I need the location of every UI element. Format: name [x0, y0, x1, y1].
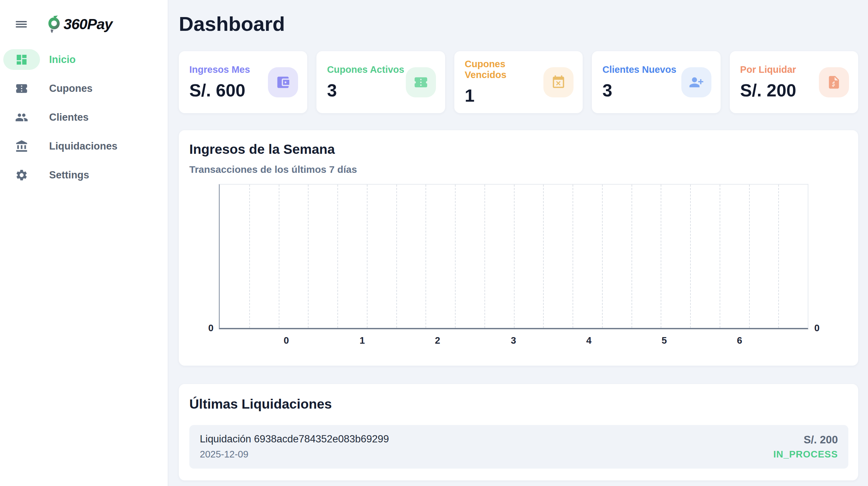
chart-subtitle: Transacciones de los últimos 7 días: [189, 164, 848, 175]
x-tick: 1: [360, 335, 365, 346]
stat-label: Clientes Nuevos: [602, 64, 676, 75]
wallet-icon: [276, 75, 290, 90]
app-logo: 360Pay: [46, 14, 112, 34]
stat-card-ingresos-mes: Ingresos Mes S/. 600: [179, 51, 307, 113]
weekly-income-card: Ingresos de la Semana Transacciones de l…: [179, 130, 858, 366]
chart-plot: [219, 184, 808, 329]
stat-label: Cupones Activos: [327, 64, 404, 75]
stat-card-clientes-nuevos: Clientes Nuevos 3: [592, 51, 720, 113]
stat-label: Cupones Vencidos: [465, 59, 544, 80]
stat-card-cupones-activos: Cupones Activos 3: [316, 51, 445, 113]
logo-text: 360Pay: [64, 16, 112, 33]
sidebar-item-clientes[interactable]: Clientes: [3, 107, 168, 127]
x-tick: 5: [662, 335, 667, 346]
page-title: Dashboard: [179, 14, 858, 34]
x-tick: 3: [511, 335, 516, 346]
calendar-x-icon: [551, 75, 566, 90]
y-axis-label-left: 0: [208, 323, 214, 334]
sidebar-item-label: Liquidaciones: [49, 140, 117, 152]
ultimas-liquidaciones-card: Últimas Liquidaciones Liquidación 6938ac…: [179, 384, 858, 480]
chart-title: Ingresos de la Semana: [189, 142, 848, 157]
sidebar-item-label: Cupones: [49, 83, 93, 94]
y-axis-label-right: 0: [814, 323, 819, 334]
stat-label: Ingresos Mes: [189, 64, 250, 75]
sidebar-item-label: Settings: [49, 169, 89, 181]
stat-value: S/. 200: [740, 80, 796, 101]
sidebar-item-liquidaciones[interactable]: Liquidaciones: [3, 136, 168, 156]
stats-row: Ingresos Mes S/. 600 Cupones Activos 3 C…: [179, 51, 858, 113]
sidebar-item-cupones[interactable]: Cupones: [3, 78, 168, 99]
stat-value: S/. 600: [189, 80, 250, 101]
x-tick: 0: [284, 335, 289, 346]
stat-value: 3: [602, 80, 676, 101]
chart-area: 0 0: [200, 184, 829, 329]
sidebar-item-settings[interactable]: Settings: [3, 165, 168, 185]
bank-icon: [15, 140, 28, 153]
stat-value: 3: [327, 80, 404, 101]
x-axis-labels: 0 1 2 3 4 5 6: [220, 329, 808, 350]
sidebar: 360Pay Inicio Cupones Clientes Liquidaci…: [0, 0, 168, 486]
logo-swirl-icon: [46, 14, 62, 34]
main-content: Dashboard Ingresos Mes S/. 600 Cupones A…: [168, 0, 868, 486]
sidebar-item-label: Inicio: [49, 54, 76, 65]
dashboard-icon: [15, 53, 28, 66]
liquidacion-name: Liquidación 6938acde784352e083b69299: [200, 433, 389, 445]
sidebar-nav: Inicio Cupones Clientes Liquidaciones Se…: [0, 49, 168, 185]
invoice-icon: [827, 75, 841, 90]
ticket-icon: [413, 75, 428, 90]
x-tick: 4: [586, 335, 592, 346]
person-add-icon: [689, 75, 704, 90]
stat-label: Por Liquidar: [740, 64, 796, 75]
people-icon: [15, 111, 28, 124]
ticket-icon: [15, 82, 28, 95]
gear-icon: [15, 169, 28, 182]
x-tick: 6: [737, 335, 742, 346]
liquidacion-list-item[interactable]: Liquidación 6938acde784352e083b69299 202…: [189, 425, 848, 468]
menu-toggle-button[interactable]: [16, 20, 28, 29]
stat-card-por-liquidar: Por Liquidar S/. 200: [730, 51, 858, 113]
liquidacion-status-badge: IN_PROCESS: [773, 449, 838, 460]
liquidacion-date: 2025-12-09: [200, 449, 389, 460]
stat-value: 1: [465, 85, 544, 106]
sidebar-item-label: Clientes: [49, 112, 89, 123]
x-tick: 2: [435, 335, 440, 346]
sidebar-item-inicio[interactable]: Inicio: [3, 49, 168, 70]
stat-card-cupones-vencidos: Cupones Vencidos 1: [454, 51, 583, 113]
liquidaciones-title: Últimas Liquidaciones: [189, 397, 848, 412]
liquidacion-amount: S/. 200: [773, 433, 838, 446]
